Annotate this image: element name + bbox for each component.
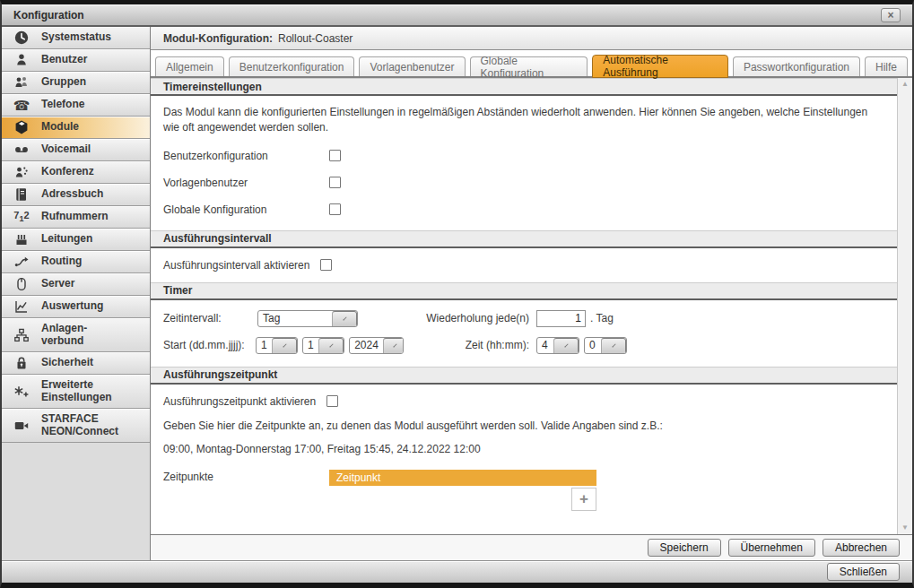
sidebar-item-starface-neon-connect[interactable]: STARFACE NEON/Connect [2,409,150,443]
benutzerkonfiguration-checkbox[interactable] [329,150,341,161]
chevron-down-icon [332,311,357,327]
checkbox-row: Ausführungszeitpunkt aktivieren [163,395,884,408]
start-day-select[interactable]: 1 [256,337,298,354]
zeitintervall-select[interactable]: Tag [257,310,358,327]
zeit-minute-select[interactable]: 0 [584,337,627,354]
zeit-hour-select[interactable]: 4 [536,337,579,354]
phone-icon: ☎ [2,99,41,112]
server-icon [2,276,41,292]
tab-globale-konfiguration[interactable]: Globale Konfiguration [470,56,588,76]
sidebar-item-systemstatus[interactable]: Systemstatus [2,27,150,49]
speichern-button[interactable]: Speichern [648,539,721,557]
chevron-down-icon [318,338,344,354]
add-zeitpunkt-button[interactable]: + [571,488,596,511]
routing-icon [2,254,41,270]
chevron-down-icon [272,338,297,354]
sidebar-item-anlagenverbund[interactable]: Anlagen- verbund [2,318,150,352]
zeitpunkt-examples: 09:00, Montag-Donnerstag 17:00, Freitag … [163,442,876,457]
sidebar: Systemstatus Benutzer Gruppen ☎ Telefone [2,27,151,560]
vertical-scrollbar[interactable]: ▲ ▼ [897,78,912,534]
tab-benutzerkonfiguration[interactable]: Benutzerkonfiguration [229,56,355,76]
checkbox-row: Vorlagenbenutzer [163,177,884,189]
title-bar: Konfiguration × [2,4,912,27]
zeit-label: Zeit (hh:mm): [408,339,529,351]
sidebar-item-gruppen[interactable]: Gruppen [2,72,150,94]
sidebar-item-routing[interactable]: Routing [2,251,150,273]
sidebar-item-auswertung[interactable]: Auswertung [2,296,150,318]
uebernehmen-button[interactable]: Übernehmen [728,539,815,557]
plus-icon: + [579,490,588,508]
sidebar-item-rufnummern[interactable]: 712 Rufnummern [2,206,150,229]
numbers-icon: 712 [2,211,41,223]
sidebar-item-benutzer[interactable]: Benutzer [2,49,150,72]
ausfuehrungsintervall-aktivieren-checkbox[interactable] [320,259,332,271]
start-month-select[interactable]: 1 [302,337,344,354]
timereinstellungen-description: Das Modul kann die konfigurierten Einste… [163,105,876,135]
connector-icon [2,231,41,247]
conference-icon [2,164,41,180]
configuration-window: Konfiguration × Systemstatus Benutzer [0,0,914,588]
sidebar-item-module[interactable]: Module [2,117,150,139]
zeitintervall-label: Zeitintervall: [163,312,257,324]
globale-konfiguration-checkbox[interactable] [329,203,341,215]
module-header-value: Rollout-Coaster [278,32,353,45]
tab-content: Timereinstellungen Das Modul kann die ko… [151,78,897,534]
tab-hilfe[interactable]: Hilfe [865,56,908,76]
close-button[interactable]: × [881,8,901,22]
voicemail-icon [2,142,41,158]
network-icon [2,327,41,343]
timer-row-intervall: Zeitintervall: Tag Wiederholung jede(n) … [163,310,884,327]
camera-icon [2,418,41,434]
module-header: Modul-Konfiguration: Rollout-Coaster [151,27,912,50]
sidebar-item-telefone[interactable]: ☎ Telefone [2,94,150,117]
tab-allgemein[interactable]: Allgemein [155,56,224,76]
sidebar-item-sicherheit[interactable]: Sicherheit [2,352,150,375]
section-header-ausfuehrungsintervall: Ausführungsintervall [151,230,897,248]
checkbox-label-globale-konfiguration: Globale Konfiguration [163,203,329,216]
close-icon: × [887,10,893,21]
window-title: Konfiguration [2,9,881,22]
clock-icon [2,30,41,46]
vorlagenbenutzer-checkbox[interactable] [329,177,341,188]
gear-plus-icon [2,384,41,400]
sidebar-item-erweiterte-einstellungen[interactable]: Erweiterte Einstellungen [2,375,150,409]
start-label: Start (dd.mm.jjjj): [163,339,256,351]
checkbox-label-benutzerkonfiguration: Benutzerkonfiguration [163,150,329,162]
zeitpunkte-row: Zeitpunkte Zeitpunkt + [163,470,884,511]
wiederholung-suffix: . Tag [590,312,614,324]
module-header-label: Modul-Konfiguration: [163,32,273,45]
main-panel: Modul-Konfiguration: Rollout-Coaster All… [151,27,912,560]
scroll-up-icon[interactable]: ▲ [901,81,909,88]
zeitpunkt-description: Geben Sie hier die Zeitpunkte an, zu den… [163,419,876,434]
schliessen-button[interactable]: Schließen [827,563,900,581]
chart-icon [2,298,41,315]
wiederholung-input[interactable] [536,310,586,327]
zeitpunkte-label: Zeitpunkte [163,470,329,511]
module-cube-icon [2,119,41,135]
tab-automatische-ausfuehrung[interactable]: Automatische Ausführung [592,55,728,78]
ausfuehrungszeitpunkt-aktivieren-label: Ausführungszeitpunkt aktivieren [163,395,316,408]
tab-vorlagenbenutzer[interactable]: Vorlagenbenutzer [359,56,465,76]
group-icon [2,74,41,91]
sidebar-item-konferenz[interactable]: Konferenz [2,161,150,184]
section-header-timereinstellungen: Timereinstellungen [151,78,897,96]
tab-passwortkonfiguration[interactable]: Passwortkonfiguration [733,56,860,76]
chevron-down-icon [601,338,626,354]
sidebar-item-server[interactable]: Server [2,273,150,296]
sidebar-item-leitungen[interactable]: Leitungen [2,229,150,251]
start-year-select[interactable]: 2024 [349,337,404,354]
section-header-ausfuehrungszeitpunkt: Ausführungszeitpunkt [151,367,897,385]
zeitpunkt-table-header: Zeitpunkt [329,470,596,486]
sidebar-item-voicemail[interactable]: Voicemail [2,139,150,161]
ausfuehrungszeitpunkt-aktivieren-checkbox[interactable] [326,395,338,407]
tab-bar: Allgemein Benutzerkonfiguration Vorlagen… [151,50,912,78]
scroll-down-icon[interactable]: ▼ [901,524,909,532]
checkbox-row: Benutzerkonfiguration [163,150,884,162]
window-footer: Schließen [2,560,912,583]
abbrechen-button[interactable]: Abbrechen [823,539,900,557]
addressbook-icon [2,186,41,203]
ausfuehrungsintervall-aktivieren-label: Ausführungsintervall aktivieren [163,259,309,272]
checkbox-row: Ausführungsintervall aktivieren [163,259,884,272]
sidebar-item-adressbuch[interactable]: Adressbuch [2,184,150,206]
chevron-down-icon [383,338,404,354]
